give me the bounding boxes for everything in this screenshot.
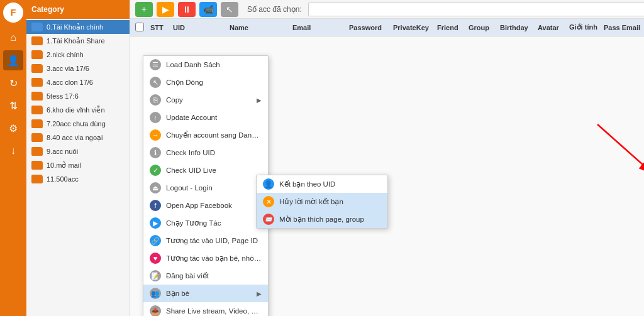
transfer-icon: → [150,129,161,141]
folder-icon [31,64,43,73]
menu-item-13[interactable]: 👥Bạn bè▶ [143,285,268,302]
col-uid: UID [170,24,227,31]
col-pass: Password [347,24,391,31]
folder-icon [31,50,43,59]
acc-input[interactable] [308,3,644,16]
logout-icon: ⏏ [150,182,161,193]
menu-item-7[interactable]: ⏏Logout - Login▶ [143,179,268,197]
list-icon: ☰ [150,59,161,70]
menu-item-5[interactable]: ℹCheck Info UID [143,144,268,161]
main-area: ＋ ▶ ⏸ 📹 ↖ Số acc đã chọn: 🔍 STT UID Name… [130,0,644,316]
category-item-label: 10.mở mail [47,161,81,170]
menu-item-1[interactable]: ↖Chọn Dòng [143,74,268,91]
submenu-arrow-icon: ▶ [257,97,262,104]
folder-icon [31,175,43,183]
submenu-item-0[interactable]: 👤Kết bạn theo UID [257,175,387,193]
category-item[interactable]: 8.40 acc via ngoại [26,131,130,144]
cancel-friend-icon: ✕ [263,196,274,207]
submenu-item-1[interactable]: ✕Hủy lời mời kết bạn [257,193,387,210]
category-item[interactable]: 7.20acc chưa dùng [26,117,130,131]
col-friend: Friend [435,24,466,31]
acc-label: Số acc đã chọn: [247,5,302,14]
menu-item-9[interactable]: ▶Chạy Tương Tác [143,214,268,232]
download-icon[interactable]: ↓ [3,141,23,161]
category-item[interactable]: 9.acc nuôi [26,144,130,158]
play-button[interactable]: ▶ [157,2,174,17]
submenu-item-2[interactable]: 📨Mời bạn thích page, group [257,210,387,228]
friends-icon: 👥 [150,288,161,299]
folder-icon [31,92,43,101]
col-group: Group [466,24,497,31]
pause-button[interactable]: ⏸ [178,2,196,17]
menu-label: Tương tác vào bạn bè, nhóm của nick [166,254,262,263]
copy-icon: ⎘ [150,94,161,106]
menu-item-0[interactable]: ☰Load Danh Sách [143,56,268,74]
fb-icon: f [150,200,161,211]
add-button[interactable]: ＋ [135,2,153,17]
submenu-arrow-icon: ▶ [257,290,262,297]
col-email: Email [290,24,347,31]
category-item[interactable]: 4.acc clon 17/6 [26,75,130,89]
category-item[interactable]: 10.mở mail [26,158,130,172]
menu-item-12[interactable]: 📝Đăng bài viết [143,267,268,285]
submenu-label: Mời bạn thích page, group [279,215,364,224]
menu-item-10[interactable]: 🔗Tương tác vào UID, Page ID [143,232,268,249]
folder-icon [31,161,43,170]
record-button[interactable]: 📹 [199,2,217,17]
red-arrow [560,112,644,187]
folder-icon [31,23,43,31]
category-item[interactable]: 5tess 17:6 [26,89,130,103]
svg-line-1 [597,124,644,175]
menu-label: Bạn bè [166,289,252,298]
menu-item-2[interactable]: ⎘Copy▶ [143,91,268,109]
category-item-label: 11.500acc [47,175,79,183]
category-list: 0.Tài Khoản chính1.Tài Khoản Share2.nick… [26,19,130,316]
col-name: Name [227,24,290,31]
category-item[interactable]: 2.nick chính [26,48,130,62]
select-all-checkbox[interactable] [135,23,144,31]
app-logo: F [3,3,23,23]
menu-label: Đăng bài viết [166,271,262,280]
menu-item-8[interactable]: fOpen App Facebook [143,197,268,214]
menu-label: Copy [166,96,252,104]
folder-icon [31,106,43,114]
uid-icon: 🔗 [150,235,161,246]
left-sidebar: F ⌂ 👤 ↻ ⇅ ⚙ ↓ [0,0,26,316]
invite-icon: 📨 [263,214,274,225]
heart-icon: ♥ [150,253,161,264]
category-item[interactable]: 11.500acc [26,172,130,186]
category-panel: Category 0.Tài Khoản chính1.Tài Khoản Sh… [26,0,130,316]
folder-icon [31,119,43,128]
menu-item-11[interactable]: ♥Tương tác vào bạn bè, nhóm của nick [143,249,268,267]
info-icon: ℹ [150,147,161,158]
table-header: STT UID Name Email Password PrivateKey F… [130,19,644,36]
menu-label: Chạy Tương Tác [166,219,262,227]
sort-icon[interactable]: ⇅ [3,95,23,116]
menu-item-6[interactable]: ✓Check UID Live [143,161,268,179]
user-icon[interactable]: 👤 [3,50,23,70]
menu-item-14[interactable]: 📤Share Live stream, Video, Seeding [143,302,268,316]
refresh-icon[interactable]: ↻ [3,73,23,93]
category-header: Category [26,0,130,19]
col-stt: STT [148,24,170,31]
menu-label: Load Danh Sách [166,61,262,68]
context-menu: ☰Load Danh Sách↖Chọn Dòng⎘Copy▶↑Update A… [143,55,269,316]
table-body: ☰Load Danh Sách↖Chọn Dòng⎘Copy▶↑Update A… [130,36,644,316]
settings-icon[interactable]: ⚙ [3,118,23,138]
folder-icon [31,133,43,142]
top-toolbar: ＋ ▶ ⏸ 📹 ↖ Số acc đã chọn: 🔍 [130,0,644,19]
menu-item-3[interactable]: ↑Update Account [143,109,268,126]
category-item-label: 6.kho die vĩnh viễn [47,106,105,114]
home-icon[interactable]: ⌂ [3,28,23,48]
category-item[interactable]: 3.acc via 17/6 [26,62,130,75]
category-item-label: 2.nick chính [47,51,84,58]
menu-item-4[interactable]: →Chuyển account sang Danh Mục Khác [143,126,268,144]
submenu-label: Kết bạn theo UID [279,180,335,188]
category-item[interactable]: 6.kho die vĩnh viễn [26,103,130,117]
cursor-button[interactable]: ↖ [221,2,238,17]
category-item[interactable]: 1.Tài Khoản Share [26,34,130,48]
folder-icon [31,78,43,87]
category-item[interactable]: 0.Tài Khoản chính [26,20,130,34]
menu-label: Check UID Live [166,166,262,174]
category-item-label: 8.40 acc via ngoại [47,134,103,142]
